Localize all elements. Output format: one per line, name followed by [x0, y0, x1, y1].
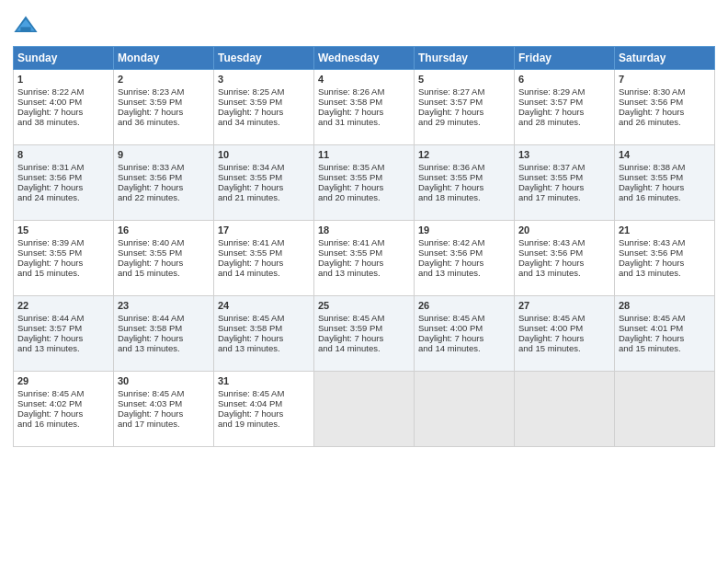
day-info-line: Daylight: 7 hours: [17, 107, 109, 117]
header-row: SundayMondayTuesdayWednesdayThursdayFrid…: [14, 47, 715, 70]
day-info-line: Daylight: 7 hours: [619, 182, 711, 192]
day-info-line: and 31 minutes.: [318, 117, 410, 127]
day-number: 22: [17, 300, 109, 311]
day-cell: 24Sunrise: 8:45 AMSunset: 3:58 PMDayligh…: [214, 296, 314, 372]
day-info-line: Sunrise: 8:22 AM: [17, 86, 109, 97]
day-cell: 22Sunrise: 8:44 AMSunset: 3:57 PMDayligh…: [14, 296, 114, 372]
page-container: SundayMondayTuesdayWednesdayThursdayFrid…: [0, 0, 728, 456]
header-cell-saturday: Saturday: [615, 47, 715, 70]
day-cell: 27Sunrise: 8:45 AMSunset: 4:00 PMDayligh…: [515, 296, 615, 372]
day-info-line: Daylight: 7 hours: [318, 258, 410, 268]
day-info-line: Daylight: 7 hours: [619, 333, 711, 343]
header-cell-thursday: Thursday: [415, 47, 515, 70]
day-info-line: Sunset: 3:56 PM: [619, 247, 711, 258]
day-cell: 5Sunrise: 8:27 AMSunset: 3:57 PMDaylight…: [415, 70, 515, 145]
day-info-line: Sunrise: 8:45 AM: [218, 388, 310, 398]
day-cell: 4Sunrise: 8:26 AMSunset: 3:58 PMDaylight…: [314, 70, 415, 145]
day-cell: 20Sunrise: 8:43 AMSunset: 3:56 PMDayligh…: [515, 221, 615, 296]
week-row-2: 8Sunrise: 8:31 AMSunset: 3:56 PMDaylight…: [14, 145, 715, 221]
day-cell: 17Sunrise: 8:41 AMSunset: 3:55 PMDayligh…: [214, 221, 314, 296]
day-info-line: Sunset: 3:56 PM: [619, 97, 711, 107]
day-info-line: Sunrise: 8:34 AM: [218, 162, 310, 172]
day-number: 21: [619, 224, 711, 236]
day-number: 20: [518, 224, 610, 236]
day-info-line: Sunrise: 8:29 AM: [518, 86, 610, 97]
day-info-line: Daylight: 7 hours: [118, 333, 210, 343]
day-info-line: Sunset: 3:55 PM: [17, 247, 109, 258]
day-info-line: Sunset: 4:03 PM: [118, 398, 210, 408]
day-cell: 1Sunrise: 8:22 AMSunset: 4:00 PMDaylight…: [14, 70, 114, 145]
day-info-line: Daylight: 7 hours: [518, 182, 610, 192]
day-number: 14: [619, 149, 711, 160]
day-number: 11: [318, 149, 410, 160]
day-info-line: Daylight: 7 hours: [17, 333, 109, 343]
day-info-line: Sunset: 3:56 PM: [518, 247, 610, 258]
day-number: 4: [318, 74, 410, 85]
day-info-line: Daylight: 7 hours: [318, 182, 410, 192]
day-info-line: Daylight: 7 hours: [518, 258, 610, 268]
day-info-line: and 13 minutes.: [318, 268, 410, 278]
day-info-line: Daylight: 7 hours: [518, 107, 610, 117]
day-info-line: Daylight: 7 hours: [619, 258, 711, 268]
day-info-line: Sunset: 3:58 PM: [118, 323, 210, 333]
day-info-line: Sunset: 3:55 PM: [218, 172, 310, 182]
day-info-line: and 13 minutes.: [118, 343, 210, 353]
day-cell: [615, 372, 715, 447]
day-info-line: Sunset: 4:04 PM: [218, 398, 310, 408]
day-info-line: Sunrise: 8:33 AM: [118, 162, 210, 172]
day-info-line: and 16 minutes.: [17, 419, 109, 429]
week-row-1: 1Sunrise: 8:22 AMSunset: 4:00 PMDaylight…: [14, 70, 715, 145]
day-cell: [415, 372, 515, 447]
day-number: 5: [418, 74, 510, 85]
day-number: 3: [218, 74, 310, 85]
day-info-line: Sunset: 4:00 PM: [17, 97, 109, 107]
day-info-line: Daylight: 7 hours: [418, 333, 510, 343]
day-info-line: Sunrise: 8:35 AM: [318, 162, 410, 172]
day-info-line: Daylight: 7 hours: [218, 107, 310, 117]
header-cell-friday: Friday: [515, 47, 615, 70]
day-cell: 23Sunrise: 8:44 AMSunset: 3:58 PMDayligh…: [114, 296, 214, 372]
day-cell: 7Sunrise: 8:30 AMSunset: 3:56 PMDaylight…: [615, 70, 715, 145]
week-row-5: 29Sunrise: 8:45 AMSunset: 4:02 PMDayligh…: [14, 372, 715, 447]
logo-icon: [13, 13, 39, 39]
day-info-line: Sunrise: 8:23 AM: [118, 86, 210, 97]
day-info-line: Sunrise: 8:45 AM: [418, 313, 510, 323]
day-info-line: Sunset: 3:55 PM: [518, 172, 610, 182]
day-info-line: and 15 minutes.: [619, 343, 711, 353]
week-row-4: 22Sunrise: 8:44 AMSunset: 3:57 PMDayligh…: [14, 296, 715, 372]
day-number: 6: [518, 74, 610, 85]
week-row-3: 15Sunrise: 8:39 AMSunset: 3:55 PMDayligh…: [14, 221, 715, 296]
day-info-line: Sunrise: 8:45 AM: [218, 313, 310, 323]
day-info-line: Daylight: 7 hours: [418, 182, 510, 192]
day-info-line: Daylight: 7 hours: [619, 107, 711, 117]
day-info-line: Sunset: 3:55 PM: [418, 172, 510, 182]
day-info-line: Daylight: 7 hours: [17, 182, 109, 192]
day-cell: 15Sunrise: 8:39 AMSunset: 3:55 PMDayligh…: [14, 221, 114, 296]
day-info-line: Sunset: 4:00 PM: [518, 323, 610, 333]
day-info-line: and 22 minutes.: [118, 192, 210, 202]
header-cell-monday: Monday: [114, 47, 214, 70]
day-number: 30: [118, 375, 210, 386]
day-info-line: Sunrise: 8:31 AM: [17, 162, 109, 172]
day-info-line: Daylight: 7 hours: [218, 408, 310, 419]
day-info-line: Sunset: 3:55 PM: [318, 247, 410, 258]
day-info-line: Daylight: 7 hours: [218, 182, 310, 192]
day-info-line: and 13 minutes.: [418, 268, 510, 278]
day-cell: 10Sunrise: 8:34 AMSunset: 3:55 PMDayligh…: [214, 145, 314, 221]
day-info-line: Sunset: 3:55 PM: [118, 247, 210, 258]
day-info-line: Sunrise: 8:30 AM: [619, 86, 711, 97]
day-info-line: Sunrise: 8:41 AM: [318, 237, 410, 247]
day-info-line: Sunset: 3:55 PM: [619, 172, 711, 182]
day-info-line: Sunset: 3:58 PM: [318, 97, 410, 107]
day-cell: 18Sunrise: 8:41 AMSunset: 3:55 PMDayligh…: [314, 221, 415, 296]
day-info-line: Daylight: 7 hours: [17, 258, 109, 268]
day-cell: 29Sunrise: 8:45 AMSunset: 4:02 PMDayligh…: [14, 372, 114, 447]
day-info-line: Sunset: 3:55 PM: [318, 172, 410, 182]
day-info-line: Daylight: 7 hours: [118, 408, 210, 419]
day-info-line: Sunset: 3:57 PM: [418, 97, 510, 107]
day-number: 12: [418, 149, 510, 160]
day-info-line: and 13 minutes.: [218, 343, 310, 353]
day-number: 8: [17, 149, 109, 160]
day-info-line: Sunrise: 8:36 AM: [418, 162, 510, 172]
day-cell: 13Sunrise: 8:37 AMSunset: 3:55 PMDayligh…: [515, 145, 615, 221]
